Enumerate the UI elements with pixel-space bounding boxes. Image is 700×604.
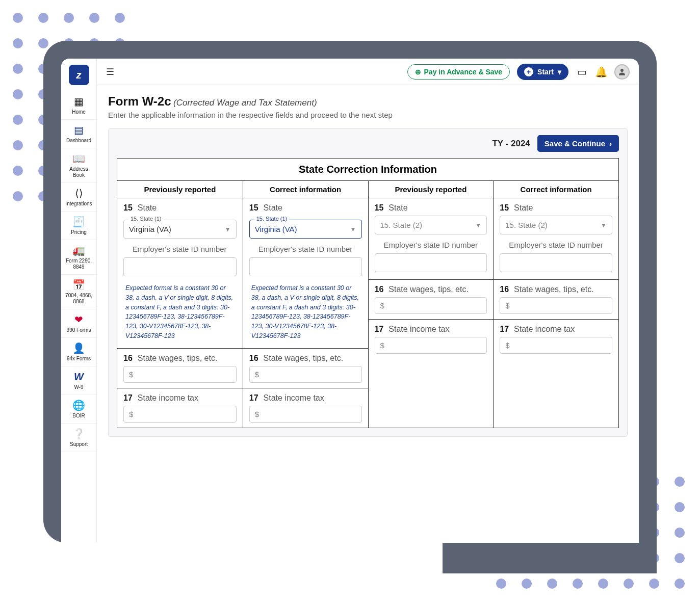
state-wages-corr-2-input[interactable]: $ [500,297,612,314]
cell-15-prev-2: 15State 15. State (2)▼ Employer's state … [369,198,494,280]
app-screen: z ▦Home ▤Dashboard 📖Address Book ⟨⟩Integ… [61,59,639,543]
sidebar-item-support[interactable]: ❔Support [61,424,96,452]
plus-circle-icon: + [524,67,533,76]
state-wages-prev-1-input[interactable]: $ [123,366,237,383]
cell-15-corr-1: 15State 15. State (1) Virginia (VA)▼ Emp… [243,198,368,349]
state-1-corr-select[interactable]: Virginia (VA)▼ [249,220,362,239]
cell-17-prev-1: 17State income tax $ [117,388,243,428]
state-wages-prev-2-input[interactable]: $ [375,297,487,314]
box-17-label: State income tax [388,325,449,334]
user-avatar[interactable] [614,64,630,80]
col-prev-2: Previously reported 15State 15. State (2… [368,181,494,428]
sidebar-item-form-2290[interactable]: 🚛Form 2290, 8849 [61,240,96,275]
chevron-down-icon: ▼ [225,226,231,233]
ein-corr-2-input[interactable] [500,253,612,272]
state-1-corr-value: Virginia (VA) [255,225,297,233]
box-15-label: State [388,203,407,213]
box-17-num: 17 [123,393,133,403]
sidebar-item-label: Address Book [69,166,88,178]
heart-icon: ❤ [63,313,94,326]
sidebar-item-home[interactable]: ▦Home [61,91,96,120]
state-2-corr-select[interactable]: 15. State (2)▼ [500,216,612,234]
ein-format-hint: Expected format is a constant 30 or 38, … [251,283,360,341]
app-logo[interactable]: z [69,65,89,85]
sidebar-item-7004[interactable]: 📅7004, 4868, 8868 [61,275,96,309]
sidebar-item-label: 94x Forms [67,356,91,361]
sidebar-item-pricing[interactable]: 🧾Pricing [61,212,96,240]
sidebar-item-address-book[interactable]: 📖Address Book [61,148,96,183]
sidebar-item-94x[interactable]: 👤94x Forms [61,338,96,366]
sidebar: z ▦Home ▤Dashboard 📖Address Book ⟨⟩Integ… [61,59,97,543]
page-subtitle: (Corrected Wage and Tax Statement) [173,98,317,108]
box-15-num: 15 [500,203,509,213]
main-area: ☰ ⊕Pay in Advance & Save +Start▾ ▭ 🔔 For… [97,59,639,543]
pay-label: Pay in Advance & Save [424,68,503,76]
state-tax-corr-1-input[interactable]: $ [249,406,362,423]
box-15-num: 15 [123,203,133,213]
sidebar-item-w9[interactable]: WW-9 [61,366,96,395]
col-header-corr: Correct information [243,181,368,198]
box-16-num: 16 [123,354,133,363]
bell-icon[interactable]: 🔔 [595,66,607,78]
pay-in-advance-button[interactable]: ⊕Pay in Advance & Save [407,64,510,80]
sidebar-item-label: Integrations [65,201,92,206]
sidebar-item-label: BOIR [72,413,85,418]
cell-16-corr-2: 16State wages, tips, etc. $ [494,280,618,320]
content: Form W-2c (Corrected Wage and Tax Statem… [97,85,639,543]
state-1-legend: 15. State (1) [128,216,164,222]
ein-label: Employer's state ID number [133,245,237,253]
chevron-down-icon: ▼ [350,226,356,233]
integrations-icon: ⟨⟩ [63,187,94,199]
chevron-down-icon: ▼ [601,222,607,229]
col-prev-1: Previously reported 15State 15. State (1… [117,181,243,428]
id-card-icon[interactable]: ▭ [576,66,588,78]
state-tax-corr-2-input[interactable]: $ [500,337,612,354]
currency-symbol: $ [380,341,384,350]
columns: Previously reported 15State 15. State (1… [117,181,618,428]
support-icon: ❔ [63,428,94,440]
ein-corr-1-input[interactable] [249,257,362,276]
sidebar-item-label: Support [70,441,88,447]
book-icon: 📖 [63,152,94,165]
section-title: State Correction Information [117,159,618,181]
truck-icon: 🚛 [63,244,94,256]
card-header: TY - 2024 Save & Continue› [109,129,627,158]
chevron-right-icon: › [609,139,612,148]
box-17-label: State income tax [514,325,575,334]
cell-16-prev-2: 16State wages, tips, etc. $ [369,280,494,320]
chevron-down-icon: ▼ [475,222,481,229]
currency-symbol: $ [129,370,133,379]
form-card: TY - 2024 Save & Continue› State Correct… [108,128,628,437]
save-continue-button[interactable]: Save & Continue› [537,135,619,152]
col-corr-1: Correct information 15State 15. State (1… [243,181,368,428]
ein-prev-1-input[interactable] [123,257,237,276]
cell-15-corr-2: 15State 15. State (2)▼ Employer's state … [494,198,618,280]
sidebar-item-boir[interactable]: 🌐BOIR [61,395,96,424]
state-wages-corr-1-input[interactable]: $ [249,366,362,383]
sidebar-item-990[interactable]: ❤990 Forms [61,309,96,338]
state-tax-prev-1-input[interactable]: $ [123,406,237,423]
state-2-prev-select[interactable]: 15. State (2)▼ [375,216,487,234]
currency-symbol: $ [505,301,509,310]
start-label: Start [537,68,554,76]
chevron-down-icon: ▾ [558,68,561,76]
sidebar-item-integrations[interactable]: ⟨⟩Integrations [61,183,96,212]
person-icon: 👤 [63,342,94,354]
box-16-num: 16 [500,285,509,294]
currency-symbol: $ [505,341,509,350]
globe-icon: 🌐 [63,399,94,411]
state-tax-prev-2-input[interactable]: $ [375,337,487,354]
cell-17-corr-1: 17State income tax $ [243,388,368,428]
pricing-icon: 🧾 [63,216,94,228]
topbar: ☰ ⊕Pay in Advance & Save +Start▾ ▭ 🔔 [97,59,639,85]
start-button[interactable]: +Start▾ [517,64,568,80]
page-description: Enter the applicable information in the … [108,111,628,119]
sidebar-item-label: Pricing [71,229,87,235]
ein-prev-2-input[interactable] [375,253,487,272]
collapse-sidebar-button[interactable]: ☰ [106,66,114,77]
currency-symbol: $ [380,301,384,310]
state-1-prev-select[interactable]: Virginia (VA)▼ [123,220,237,239]
sidebar-item-label: 990 Forms [67,327,91,333]
sidebar-item-dashboard[interactable]: ▤Dashboard [61,120,96,148]
state-1-prev-value: Virginia (VA) [129,225,171,233]
